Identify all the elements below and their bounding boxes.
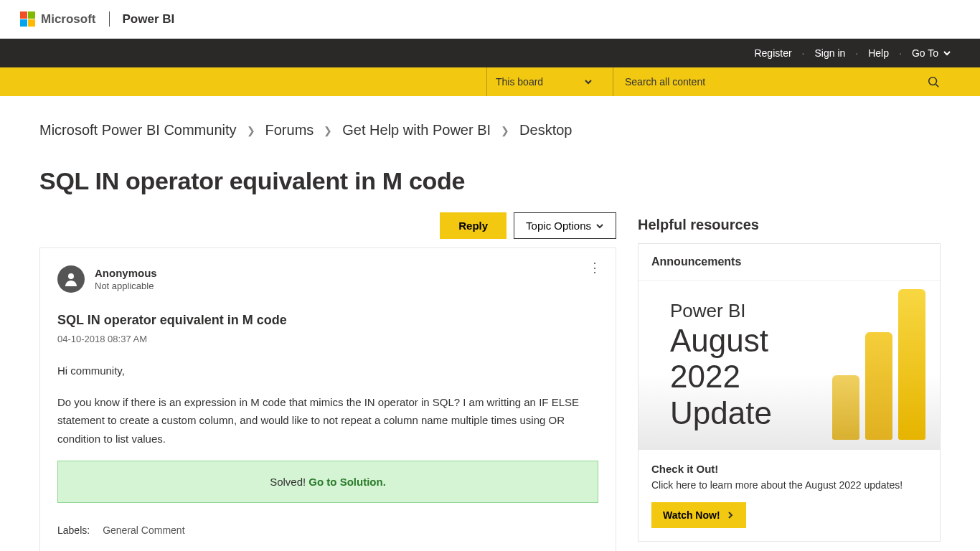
brand-bar: Microsoft Power BI — [0, 0, 980, 39]
post-subject: SQL IN operator equivalent in M code — [57, 313, 598, 328]
topic-options-label: Topic Options — [526, 220, 591, 232]
nav-help[interactable]: Help — [868, 47, 889, 59]
utility-nav: Register · Sign in · Help · Go To — [0, 39, 980, 67]
watch-now-button[interactable]: Watch Now! — [651, 502, 746, 528]
crumb-gethelp[interactable]: Get Help with Power BI — [342, 122, 491, 138]
announcements-label: Announcements — [639, 244, 940, 281]
post-date: 04-10-2018 08:37 AM — [57, 334, 598, 344]
svg-point-2 — [68, 273, 74, 279]
announcement-text: Click here to learn more about the Augus… — [651, 479, 927, 491]
hero-line1: Power BI — [670, 300, 772, 322]
chevron-right-icon: ❯ — [247, 125, 255, 136]
search-scope-dropdown[interactable]: This board — [486, 67, 601, 96]
watch-now-label: Watch Now! — [663, 509, 720, 521]
search-bar: This board — [0, 67, 980, 96]
labels-label: Labels: — [57, 524, 90, 536]
announcement-title: Check it Out! — [651, 463, 927, 475]
svg-point-0 — [929, 77, 937, 85]
svg-line-1 — [936, 85, 939, 88]
post-card: ⋮ Anonymous Not applicable SQL IN operat… — [39, 248, 616, 551]
chevron-right-icon: ❯ — [501, 125, 509, 136]
post-menu-button[interactable]: ⋮ — [588, 260, 601, 276]
sidebar: Helpful resources Announcements Power BI… — [638, 212, 941, 542]
product-link[interactable]: Power BI — [110, 12, 175, 27]
reply-button[interactable]: Reply — [440, 212, 507, 239]
solved-prefix: Solved! — [270, 476, 308, 488]
hero-line4: Update — [670, 396, 772, 430]
sidebar-heading: Helpful resources — [638, 217, 941, 233]
nav-register[interactable]: Register — [754, 47, 791, 59]
search-icon[interactable] — [927, 75, 940, 88]
nav-goto-label: Go To — [912, 47, 938, 59]
main-column: Reply Topic Options ⋮ Anonymous Not appl… — [39, 212, 616, 551]
thread-actions: Reply Topic Options — [39, 212, 616, 239]
author-name: Anonymous — [95, 267, 157, 279]
label-tag[interactable]: General Comment — [103, 524, 184, 536]
page-title: SQL IN operator equivalent in M code — [39, 167, 941, 195]
announcement-body: Check it Out! Click here to learn more a… — [639, 450, 940, 541]
microsoft-label: Microsoft — [41, 12, 96, 27]
crumb-forums[interactable]: Forums — [265, 122, 314, 138]
go-to-solution-link[interactable]: Go to Solution. — [308, 476, 385, 488]
post-body: Hi community, Do you know if there is an… — [57, 362, 598, 448]
ms-squares-icon — [20, 11, 35, 27]
microsoft-logo[interactable]: Microsoft — [20, 11, 110, 27]
hero-line3: 2022 — [670, 359, 772, 394]
announcement-hero[interactable]: Power BI August 2022 Update — [639, 281, 940, 450]
crumb-community[interactable]: Microsoft Power BI Community — [39, 122, 237, 138]
chevron-right-icon — [726, 511, 735, 519]
author-role: Not applicable — [95, 281, 157, 291]
post-paragraph: Hi community, — [57, 362, 598, 380]
solved-banner: Solved! Go to Solution. — [57, 461, 598, 503]
labels-row: Labels: General Comment — [57, 524, 598, 536]
nav-goto[interactable]: Go To — [912, 47, 951, 59]
chevron-down-icon — [943, 49, 951, 57]
crumb-desktop[interactable]: Desktop — [519, 122, 572, 138]
search-input[interactable] — [625, 76, 908, 88]
chevron-down-icon — [595, 222, 604, 230]
user-icon — [62, 270, 80, 288]
chevron-down-icon — [584, 77, 593, 86]
announcements-card: Announcements Power BI August 2022 Updat… — [638, 243, 941, 542]
bars-icon — [832, 289, 925, 440]
post-paragraph: Do you know if there is an expression in… — [57, 393, 598, 448]
topic-options-dropdown[interactable]: Topic Options — [514, 212, 616, 239]
search-input-wrap — [613, 67, 951, 96]
chevron-right-icon: ❯ — [324, 125, 332, 136]
search-scope-value: This board — [496, 76, 543, 88]
author-block: Anonymous Not applicable — [57, 265, 598, 293]
hero-line2: August — [670, 324, 772, 358]
nav-signin[interactable]: Sign in — [815, 47, 846, 59]
avatar — [57, 265, 85, 293]
breadcrumb: Microsoft Power BI Community ❯ Forums ❯ … — [39, 122, 941, 138]
